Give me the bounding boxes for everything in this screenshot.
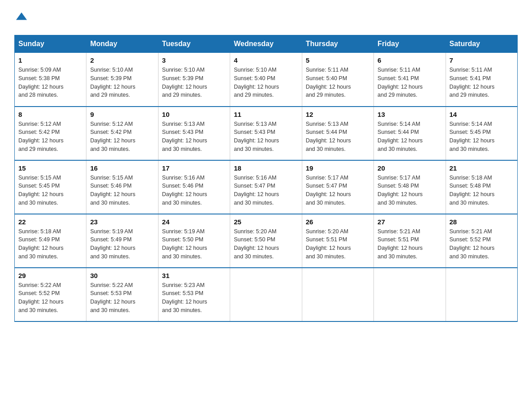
- day-cell: 14 Sunrise: 5:14 AM Sunset: 5:45 PM Dayl…: [446, 107, 517, 160]
- day-number: 27: [378, 218, 442, 226]
- day-cell: 22 Sunrise: 5:18 AM Sunset: 5:49 PM Dayl…: [15, 214, 86, 268]
- day-number: 19: [306, 164, 370, 172]
- day-cell: 11 Sunrise: 5:13 AM Sunset: 5:43 PM Dayl…: [230, 107, 302, 160]
- day-cell: 26 Sunrise: 5:20 AM Sunset: 5:51 PM Dayl…: [302, 214, 373, 268]
- page-header: [14, 11, 518, 26]
- logo-general: [14, 11, 28, 26]
- day-number: 5: [306, 56, 370, 64]
- day-number: 24: [162, 218, 226, 226]
- week-row: 8 Sunrise: 5:12 AM Sunset: 5:42 PM Dayli…: [15, 107, 518, 160]
- day-number: 9: [90, 111, 154, 118]
- day-info: Sunrise: 5:11 AM Sunset: 5:40 PM Dayligh…: [306, 66, 370, 99]
- day-cell: 4 Sunrise: 5:10 AM Sunset: 5:40 PM Dayli…: [230, 53, 302, 107]
- day-cell: 18 Sunrise: 5:16 AM Sunset: 5:47 PM Dayl…: [230, 160, 302, 214]
- day-info: Sunrise: 5:16 AM Sunset: 5:47 PM Dayligh…: [234, 174, 298, 207]
- day-cell: 3 Sunrise: 5:10 AM Sunset: 5:39 PM Dayli…: [158, 53, 230, 107]
- header-cell-tuesday: Tuesday: [158, 35, 230, 53]
- day-cell: 17 Sunrise: 5:16 AM Sunset: 5:46 PM Dayl…: [158, 160, 230, 214]
- header-row: SundayMondayTuesdayWednesdayThursdayFrid…: [15, 35, 518, 53]
- day-info: Sunrise: 5:10 AM Sunset: 5:39 PM Dayligh…: [162, 66, 226, 99]
- day-number: 22: [18, 218, 82, 226]
- day-info: Sunrise: 5:16 AM Sunset: 5:46 PM Dayligh…: [162, 174, 226, 207]
- day-cell: 1 Sunrise: 5:09 AM Sunset: 5:38 PM Dayli…: [15, 53, 86, 107]
- day-number: 11: [234, 111, 298, 118]
- day-cell: [374, 268, 446, 321]
- day-cell: [230, 268, 302, 321]
- day-cell: 9 Sunrise: 5:12 AM Sunset: 5:42 PM Dayli…: [86, 107, 158, 160]
- day-cell: 15 Sunrise: 5:15 AM Sunset: 5:45 PM Dayl…: [15, 160, 86, 214]
- day-info: Sunrise: 5:13 AM Sunset: 5:43 PM Dayligh…: [234, 120, 298, 154]
- day-number: 18: [234, 164, 298, 172]
- day-info: Sunrise: 5:19 AM Sunset: 5:49 PM Dayligh…: [90, 227, 154, 261]
- day-info: Sunrise: 5:23 AM Sunset: 5:53 PM Dayligh…: [162, 281, 226, 315]
- week-row: 22 Sunrise: 5:18 AM Sunset: 5:49 PM Dayl…: [15, 214, 518, 268]
- day-number: 6: [378, 56, 442, 64]
- logo: [14, 11, 31, 26]
- day-info: Sunrise: 5:12 AM Sunset: 5:42 PM Dayligh…: [18, 120, 82, 154]
- day-info: Sunrise: 5:21 AM Sunset: 5:52 PM Dayligh…: [450, 227, 514, 261]
- day-cell: 5 Sunrise: 5:11 AM Sunset: 5:40 PM Dayli…: [302, 53, 373, 107]
- logo-triangle-icon: [15, 11, 28, 23]
- day-cell: 20 Sunrise: 5:17 AM Sunset: 5:48 PM Dayl…: [374, 160, 446, 214]
- day-number: 1: [18, 56, 82, 64]
- day-cell: 19 Sunrise: 5:17 AM Sunset: 5:47 PM Dayl…: [302, 160, 373, 214]
- day-info: Sunrise: 5:10 AM Sunset: 5:40 PM Dayligh…: [234, 66, 298, 99]
- svg-marker-0: [16, 13, 27, 20]
- day-info: Sunrise: 5:17 AM Sunset: 5:48 PM Dayligh…: [378, 174, 442, 207]
- day-number: 2: [90, 56, 154, 64]
- day-cell: 8 Sunrise: 5:12 AM Sunset: 5:42 PM Dayli…: [15, 107, 86, 160]
- day-number: 14: [450, 111, 514, 118]
- day-cell: 25 Sunrise: 5:20 AM Sunset: 5:50 PM Dayl…: [230, 214, 302, 268]
- day-cell: [302, 268, 373, 321]
- day-info: Sunrise: 5:19 AM Sunset: 5:50 PM Dayligh…: [162, 227, 226, 261]
- day-cell: 7 Sunrise: 5:11 AM Sunset: 5:41 PM Dayli…: [446, 53, 517, 107]
- day-number: 3: [162, 56, 226, 64]
- header-cell-wednesday: Wednesday: [230, 35, 302, 53]
- day-info: Sunrise: 5:15 AM Sunset: 5:45 PM Dayligh…: [18, 174, 82, 207]
- day-cell: 16 Sunrise: 5:15 AM Sunset: 5:46 PM Dayl…: [86, 160, 158, 214]
- day-cell: 30 Sunrise: 5:22 AM Sunset: 5:53 PM Dayl…: [86, 268, 158, 321]
- day-cell: 2 Sunrise: 5:10 AM Sunset: 5:39 PM Dayli…: [86, 53, 158, 107]
- day-number: 12: [306, 111, 370, 118]
- week-row: 15 Sunrise: 5:15 AM Sunset: 5:45 PM Dayl…: [15, 160, 518, 214]
- day-info: Sunrise: 5:18 AM Sunset: 5:48 PM Dayligh…: [450, 174, 514, 207]
- day-cell: 29 Sunrise: 5:22 AM Sunset: 5:52 PM Dayl…: [15, 268, 86, 321]
- day-cell: 13 Sunrise: 5:14 AM Sunset: 5:44 PM Dayl…: [374, 107, 446, 160]
- day-cell: 28 Sunrise: 5:21 AM Sunset: 5:52 PM Dayl…: [446, 214, 517, 268]
- day-number: 15: [18, 164, 82, 172]
- day-cell: 23 Sunrise: 5:19 AM Sunset: 5:49 PM Dayl…: [86, 214, 158, 268]
- day-info: Sunrise: 5:22 AM Sunset: 5:53 PM Dayligh…: [90, 281, 154, 315]
- day-number: 26: [306, 218, 370, 226]
- day-info: Sunrise: 5:10 AM Sunset: 5:39 PM Dayligh…: [90, 66, 154, 99]
- calendar-table: SundayMondayTuesdayWednesdayThursdayFrid…: [14, 35, 518, 322]
- day-number: 28: [450, 218, 514, 226]
- day-cell: 31 Sunrise: 5:23 AM Sunset: 5:53 PM Dayl…: [158, 268, 230, 321]
- day-info: Sunrise: 5:13 AM Sunset: 5:44 PM Dayligh…: [306, 120, 370, 154]
- day-number: 16: [90, 164, 154, 172]
- day-cell: 24 Sunrise: 5:19 AM Sunset: 5:50 PM Dayl…: [158, 214, 230, 268]
- header-cell-friday: Friday: [374, 35, 446, 53]
- day-number: 8: [18, 111, 82, 118]
- day-number: 7: [450, 56, 514, 64]
- day-info: Sunrise: 5:20 AM Sunset: 5:51 PM Dayligh…: [306, 227, 370, 261]
- week-row: 29 Sunrise: 5:22 AM Sunset: 5:52 PM Dayl…: [15, 268, 518, 321]
- day-number: 23: [90, 218, 154, 226]
- day-info: Sunrise: 5:20 AM Sunset: 5:50 PM Dayligh…: [234, 227, 298, 261]
- day-info: Sunrise: 5:13 AM Sunset: 5:43 PM Dayligh…: [162, 120, 226, 154]
- day-info: Sunrise: 5:15 AM Sunset: 5:46 PM Dayligh…: [90, 174, 154, 207]
- day-info: Sunrise: 5:14 AM Sunset: 5:45 PM Dayligh…: [450, 120, 514, 154]
- day-cell: [446, 268, 517, 321]
- day-info: Sunrise: 5:21 AM Sunset: 5:51 PM Dayligh…: [378, 227, 442, 261]
- header-cell-monday: Monday: [86, 35, 158, 53]
- header-cell-sunday: Sunday: [15, 35, 86, 53]
- day-cell: 12 Sunrise: 5:13 AM Sunset: 5:44 PM Dayl…: [302, 107, 373, 160]
- week-row: 1 Sunrise: 5:09 AM Sunset: 5:38 PM Dayli…: [15, 53, 518, 107]
- day-number: 25: [234, 218, 298, 226]
- day-info: Sunrise: 5:09 AM Sunset: 5:38 PM Dayligh…: [18, 66, 82, 99]
- day-info: Sunrise: 5:11 AM Sunset: 5:41 PM Dayligh…: [450, 66, 514, 99]
- day-number: 13: [378, 111, 442, 118]
- day-number: 10: [162, 111, 226, 118]
- day-info: Sunrise: 5:14 AM Sunset: 5:44 PM Dayligh…: [378, 120, 442, 154]
- day-cell: 27 Sunrise: 5:21 AM Sunset: 5:51 PM Dayl…: [374, 214, 446, 268]
- day-info: Sunrise: 5:12 AM Sunset: 5:42 PM Dayligh…: [90, 120, 154, 154]
